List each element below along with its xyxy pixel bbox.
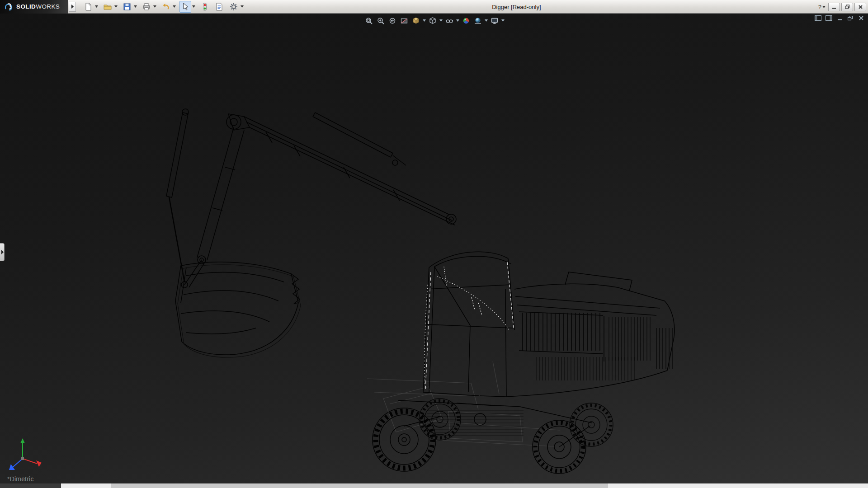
chevron-down-icon [153, 5, 156, 8]
status-strip-dark-segment [0, 483, 61, 488]
graphics-viewport[interactable]: *Dimetric [0, 14, 868, 483]
apply-scene-dropdown[interactable] [484, 15, 488, 26]
view-settings-button[interactable] [489, 15, 500, 26]
minimize-icon [832, 5, 836, 9]
undo-icon [161, 2, 170, 11]
app-restore-button[interactable] [841, 3, 853, 11]
select-dropdown[interactable] [191, 1, 196, 13]
edit-appearance-button[interactable] [460, 15, 472, 26]
previous-view-icon [388, 17, 396, 25]
print-button[interactable] [141, 1, 152, 13]
pane-right-button[interactable] [825, 14, 833, 22]
display-style-dropdown[interactable] [439, 15, 443, 26]
zoom-to-fit-icon [365, 17, 373, 25]
select-button[interactable] [179, 1, 191, 13]
save-button[interactable] [121, 1, 133, 13]
rebuild-button[interactable] [199, 1, 211, 13]
open-folder-icon [103, 2, 112, 11]
doc-minimize-button[interactable] [835, 14, 844, 22]
zoom-to-fit-button[interactable] [363, 15, 374, 26]
pane-left-button[interactable] [814, 14, 822, 22]
open-button[interactable] [102, 1, 113, 13]
status-strip [0, 483, 868, 488]
new-document-dropdown[interactable] [94, 1, 99, 13]
main-toolbar [82, 0, 247, 14]
document-title: Digger [Read-only] [492, 0, 541, 14]
chevron-down-icon [485, 19, 488, 22]
chevron-down-icon [173, 5, 176, 8]
undo-button[interactable] [160, 1, 172, 13]
zoom-to-area-icon [377, 17, 385, 25]
view-orientation-cube-icon [412, 17, 420, 25]
restore-icon [848, 16, 853, 21]
pane-left-icon [815, 15, 821, 21]
menu-expand-button[interactable] [69, 2, 76, 12]
solidworks-app: SOLIDWORKS [0, 0, 868, 488]
zoom-to-area-button[interactable] [375, 15, 386, 26]
titlebar-controls: ? [817, 0, 866, 14]
minimize-icon [837, 16, 842, 20]
restore-icon [845, 5, 850, 9]
status-strip-mid-segment [111, 483, 608, 488]
apply-scene-button[interactable] [472, 15, 483, 26]
view-orientation-button[interactable] [410, 15, 421, 26]
pane-right-icon [826, 15, 832, 21]
chevron-down-icon [241, 5, 244, 8]
orientation-triad [9, 438, 42, 470]
solidworks-logo: SOLIDWORKS [0, 0, 68, 14]
options-dropdown[interactable] [240, 1, 245, 13]
viewport-window-controls [814, 14, 865, 22]
new-document-icon [84, 2, 93, 11]
options-button[interactable] [228, 1, 240, 13]
chevron-down-icon [456, 19, 459, 22]
close-icon [859, 5, 863, 9]
display-style-button[interactable] [427, 15, 438, 26]
brand-text: SOLIDWORKS [16, 3, 60, 10]
chevron-down-icon [423, 19, 426, 22]
print-dropdown[interactable] [152, 1, 157, 13]
view-settings-dropdown[interactable] [500, 15, 505, 26]
open-dropdown[interactable] [113, 1, 118, 13]
featuremanager-collapse-handle[interactable] [0, 243, 5, 261]
dassault-3ds-logo-icon [4, 2, 14, 11]
help-label: ? [818, 4, 821, 10]
close-icon [859, 16, 863, 20]
heads-up-toolbar [363, 15, 505, 26]
edit-appearance-icon [462, 17, 470, 25]
chevron-down-icon [95, 5, 98, 8]
view-orientation-dropdown[interactable] [422, 15, 426, 26]
chevron-down-icon [192, 5, 195, 8]
undo-dropdown[interactable] [172, 1, 177, 13]
select-cursor-icon [181, 2, 190, 11]
options-gear-icon [229, 2, 238, 11]
previous-view-button[interactable] [387, 15, 398, 26]
save-dropdown[interactable] [133, 1, 138, 13]
chevron-down-icon [134, 5, 137, 8]
hide-show-items-icon [445, 17, 453, 25]
apply-scene-icon [474, 17, 482, 25]
titlebar: SOLIDWORKS [0, 0, 868, 14]
save-icon [123, 2, 132, 11]
file-properties-icon [215, 2, 224, 11]
chevron-down-icon [439, 19, 443, 22]
doc-close-button[interactable] [857, 14, 865, 22]
app-minimize-button[interactable] [828, 3, 840, 11]
doc-restore-button[interactable] [846, 14, 854, 22]
hide-show-items-button[interactable] [443, 15, 455, 26]
digger-wireframe-model [0, 14, 868, 483]
chevron-down-icon [822, 6, 826, 8]
help-button[interactable]: ? [817, 4, 827, 10]
chevron-down-icon [114, 5, 118, 8]
hide-show-items-dropdown[interactable] [455, 15, 460, 26]
section-view-button[interactable] [398, 15, 410, 26]
expand-panel-arrow-icon [1, 250, 4, 254]
chevron-down-icon [501, 19, 505, 22]
view-settings-icon [491, 17, 499, 25]
new-document-button[interactable] [82, 1, 94, 13]
view-orientation-label: *Dimetric [7, 475, 34, 483]
print-icon [142, 2, 151, 11]
expand-right-icon [71, 5, 74, 9]
file-properties-button[interactable] [213, 1, 225, 13]
app-close-button[interactable] [854, 3, 866, 11]
rebuild-stoplight-icon [200, 2, 209, 11]
